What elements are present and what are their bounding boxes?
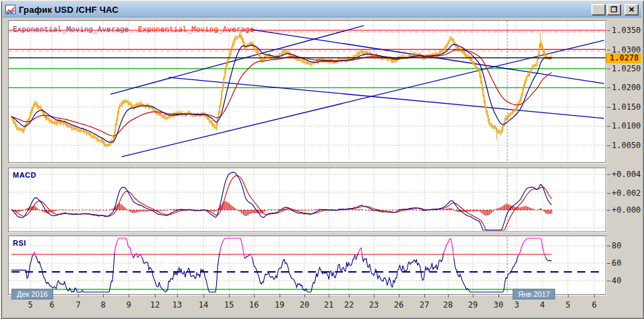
date-label: 5 <box>28 300 32 310</box>
price-axis-label: 1.0100 <box>612 121 641 131</box>
time-axis-tick <box>155 295 156 297</box>
date-label: 27 <box>420 300 429 310</box>
price-axis-label: 1.0200 <box>612 83 641 92</box>
window-title: График USD /CHF ЧАС <box>19 5 591 15</box>
price-chart-canvas[interactable] <box>9 21 606 162</box>
macd-panel[interactable]: MACD <box>8 168 606 232</box>
date-label: 13 <box>172 300 182 310</box>
time-axis-tick <box>129 295 129 297</box>
date-label: 20 <box>300 300 309 310</box>
month-tag-jan-2017: Янв 2017 <box>513 289 555 299</box>
date-label: 4 <box>540 300 544 310</box>
date-label: 15 <box>224 300 234 310</box>
date-label: 3 <box>514 300 519 310</box>
price-axis-label: 1.0250 <box>612 64 641 73</box>
indicator-header: Exponential_Moving_Average Exponential_M… <box>13 25 254 34</box>
time-axis-tick <box>304 295 305 297</box>
time-axis-tick <box>448 295 449 297</box>
price-axis-label: 1.0150 <box>612 102 641 112</box>
time-axis-tick <box>498 295 499 297</box>
minimize-icon: _ <box>596 8 600 15</box>
date-label: 5 <box>565 300 570 310</box>
rsi-axis-label: 60 <box>612 258 621 268</box>
date-label: 21 <box>324 300 333 310</box>
date-label: 28 <box>443 300 453 310</box>
date-label: 29 <box>468 300 478 310</box>
time-axis-tick <box>329 295 329 297</box>
time-axis-tick <box>280 295 280 297</box>
price-chart-panel[interactable]: Exponential_Moving_Average Exponential_M… <box>8 20 606 163</box>
ema-label-2: Exponential_Moving_Average <box>138 25 254 34</box>
time-axis-tick <box>349 295 350 297</box>
time-axis-tick <box>203 295 204 297</box>
date-label: 26 <box>394 300 404 310</box>
price-axis-label: 1.0350 <box>612 26 641 35</box>
date-label: 6 <box>49 300 54 310</box>
date-label: 14 <box>199 300 208 310</box>
date-label: 6 <box>591 300 596 310</box>
rsi-panel[interactable]: RSI <box>8 236 606 295</box>
rsi-axis-label: 40 <box>612 276 621 285</box>
value-axis-column: 1.03501.03001.02501.02001.01501.01001.00… <box>608 0 643 319</box>
title-bar[interactable]: График USD /CHF ЧАС _ ❐ ✕ <box>3 2 641 17</box>
minimize-button[interactable]: _ <box>591 4 606 15</box>
rsi-axis-label: 80 <box>612 241 621 250</box>
time-axis-tick <box>103 295 104 297</box>
time-axis-tick <box>177 295 178 297</box>
macd-axis-label: +0.002 <box>612 188 641 198</box>
date-label: 23 <box>369 300 379 310</box>
date-label: 12 <box>150 300 160 310</box>
date-label: 8 <box>100 300 105 310</box>
time-axis-tick <box>254 295 255 297</box>
date-label: 16 <box>249 300 259 310</box>
month-tag-dec-2016: Дек 2016 <box>11 289 53 299</box>
price-axis-label: 1.0050 <box>612 141 641 150</box>
current-price-tag: 1.0278 <box>606 53 641 63</box>
macd-canvas[interactable] <box>9 168 606 232</box>
time-axis-tick <box>374 295 375 297</box>
time-axis-tick <box>424 295 425 297</box>
date-label: 7 <box>75 300 80 310</box>
rsi-title: RSI <box>13 239 26 247</box>
rsi-canvas[interactable] <box>9 236 606 294</box>
time-axis-tick <box>568 295 569 297</box>
time-axis-tick <box>229 295 230 297</box>
macd-axis-label: +0.000 <box>612 205 641 215</box>
date-label: 19 <box>275 300 284 310</box>
macd-axis-label: +0.004 <box>612 170 641 179</box>
date-label: 30 <box>494 300 503 310</box>
time-axis-tick <box>78 295 79 297</box>
time-axis-tick <box>399 295 399 297</box>
macd-title: MACD <box>13 171 36 179</box>
chart-window: График USD /CHF ЧАС _ ❐ ✕ Exponential_Mo… <box>0 0 644 319</box>
chart-window-icon <box>5 5 15 14</box>
time-axis-tick <box>594 295 595 297</box>
date-label: 9 <box>126 300 131 310</box>
date-label: 22 <box>344 300 354 310</box>
time-axis-tick <box>473 295 474 297</box>
ema-label-1: Exponential_Moving_Average <box>13 25 129 34</box>
